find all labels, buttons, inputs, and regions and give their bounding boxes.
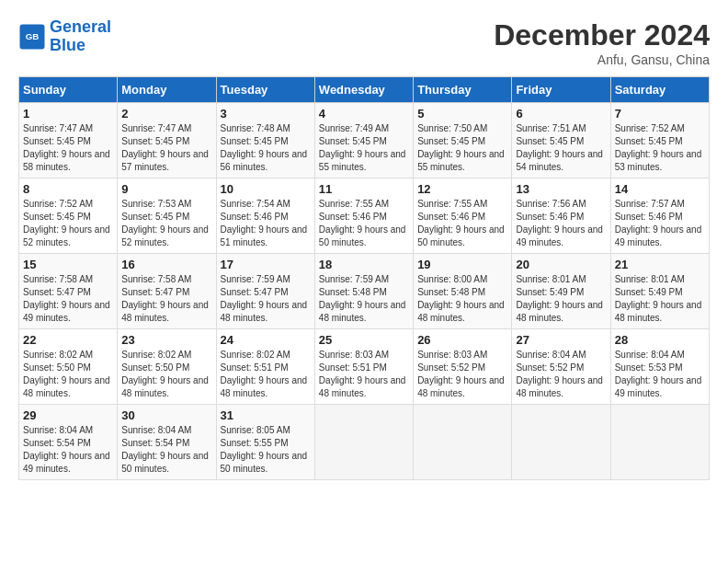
day-info: Sunrise: 8:04 AMSunset: 5:53 PMDaylight:…: [615, 350, 702, 398]
day-number: 26: [417, 333, 507, 347]
weekday-header: Friday: [512, 77, 610, 103]
day-info: Sunrise: 7:47 AMSunset: 5:45 PMDaylight:…: [121, 123, 209, 172]
calendar-cell: [314, 405, 413, 480]
calendar-cell: 11 Sunrise: 7:55 AMSunset: 5:46 PMDaylig…: [314, 178, 413, 254]
day-info: Sunrise: 7:58 AMSunset: 5:47 PMDaylight:…: [121, 274, 209, 323]
day-number: 29: [23, 408, 113, 422]
day-number: 24: [221, 333, 311, 347]
weekday-header: Tuesday: [216, 77, 314, 103]
day-info: Sunrise: 7:50 AMSunset: 5:45 PMDaylight:…: [417, 123, 505, 172]
calendar-cell: 8 Sunrise: 7:52 AMSunset: 5:45 PMDayligh…: [19, 178, 118, 254]
calendar-cell: 26 Sunrise: 8:03 AMSunset: 5:52 PMDaylig…: [414, 329, 512, 405]
calendar-cell: 3 Sunrise: 7:48 AMSunset: 5:45 PMDayligh…: [216, 103, 314, 178]
day-number: 12: [417, 182, 507, 196]
day-info: Sunrise: 7:51 AMSunset: 5:45 PMDaylight:…: [516, 123, 603, 172]
weekday-header: Sunday: [19, 77, 118, 103]
calendar-table: SundayMondayTuesdayWednesdayThursdayFrid…: [18, 76, 710, 480]
day-info: Sunrise: 8:02 AMSunset: 5:51 PMDaylight:…: [221, 350, 308, 398]
weekday-header: Wednesday: [314, 77, 413, 103]
calendar-cell: 23 Sunrise: 8:02 AMSunset: 5:50 PMDaylig…: [118, 329, 216, 405]
calendar-cell: 18 Sunrise: 7:59 AMSunset: 5:48 PMDaylig…: [314, 254, 413, 329]
weekday-header: Thursday: [414, 77, 512, 103]
day-info: Sunrise: 8:01 AMSunset: 5:49 PMDaylight:…: [615, 274, 702, 323]
day-info: Sunrise: 7:53 AMSunset: 5:45 PMDaylight:…: [121, 199, 209, 247]
calendar-cell: 2 Sunrise: 7:47 AMSunset: 5:45 PMDayligh…: [118, 103, 216, 178]
day-info: Sunrise: 8:04 AMSunset: 5:54 PMDaylight:…: [121, 425, 209, 474]
weekday-header: Saturday: [610, 77, 709, 103]
calendar-cell: 29 Sunrise: 8:04 AMSunset: 5:54 PMDaylig…: [19, 405, 118, 480]
day-number: 23: [121, 333, 211, 347]
day-number: 22: [23, 333, 113, 347]
day-info: Sunrise: 8:04 AMSunset: 5:52 PMDaylight:…: [516, 350, 603, 398]
header: GB General Blue December 2024 Anfu, Gans…: [18, 18, 710, 67]
day-info: Sunrise: 7:55 AMSunset: 5:46 PMDaylight:…: [319, 199, 406, 247]
calendar-cell: [610, 405, 709, 480]
day-number: 20: [516, 258, 606, 271]
calendar-cell: 5 Sunrise: 7:50 AMSunset: 5:45 PMDayligh…: [414, 103, 512, 178]
day-number: 13: [516, 182, 606, 196]
calendar-cell: 24 Sunrise: 8:02 AMSunset: 5:51 PMDaylig…: [216, 329, 314, 405]
calendar-cell: 21 Sunrise: 8:01 AMSunset: 5:49 PMDaylig…: [610, 254, 709, 329]
day-info: Sunrise: 8:03 AMSunset: 5:51 PMDaylight:…: [319, 350, 406, 398]
calendar-cell: 15 Sunrise: 7:58 AMSunset: 5:47 PMDaylig…: [19, 254, 118, 329]
day-number: 27: [516, 333, 606, 347]
calendar-cell: 22 Sunrise: 8:02 AMSunset: 5:50 PMDaylig…: [19, 329, 118, 405]
day-number: 19: [417, 258, 507, 271]
day-number: 9: [121, 182, 211, 196]
weekday-header-row: SundayMondayTuesdayWednesdayThursdayFrid…: [19, 77, 710, 103]
day-number: 18: [319, 258, 409, 271]
calendar-cell: 28 Sunrise: 8:04 AMSunset: 5:53 PMDaylig…: [610, 329, 709, 405]
day-number: 11: [319, 182, 409, 196]
calendar-cell: 17 Sunrise: 7:59 AMSunset: 5:47 PMDaylig…: [216, 254, 314, 329]
day-info: Sunrise: 7:49 AMSunset: 5:45 PMDaylight:…: [319, 123, 406, 172]
day-info: Sunrise: 7:58 AMSunset: 5:47 PMDaylight:…: [23, 274, 110, 323]
day-info: Sunrise: 8:03 AMSunset: 5:52 PMDaylight:…: [417, 350, 505, 398]
calendar-cell: 7 Sunrise: 7:52 AMSunset: 5:45 PMDayligh…: [610, 103, 709, 178]
calendar-cell: 4 Sunrise: 7:49 AMSunset: 5:45 PMDayligh…: [314, 103, 413, 178]
day-number: 15: [23, 258, 113, 271]
calendar-cell: 19 Sunrise: 8:00 AMSunset: 5:48 PMDaylig…: [414, 254, 512, 329]
logo-icon: GB: [18, 23, 46, 51]
day-number: 2: [121, 107, 211, 121]
day-info: Sunrise: 7:52 AMSunset: 5:45 PMDaylight:…: [615, 123, 702, 172]
logo-general: General: [50, 17, 111, 36]
calendar-week-row: 15 Sunrise: 7:58 AMSunset: 5:47 PMDaylig…: [19, 254, 710, 329]
day-info: Sunrise: 8:00 AMSunset: 5:48 PMDaylight:…: [417, 274, 505, 323]
calendar-cell: 12 Sunrise: 7:55 AMSunset: 5:46 PMDaylig…: [414, 178, 512, 254]
day-info: Sunrise: 7:47 AMSunset: 5:45 PMDaylight:…: [23, 123, 110, 172]
logo: GB General Blue: [18, 18, 111, 55]
day-number: 14: [615, 182, 705, 196]
calendar-week-row: 22 Sunrise: 8:02 AMSunset: 5:50 PMDaylig…: [19, 329, 710, 405]
calendar-cell: 31 Sunrise: 8:05 AMSunset: 5:55 PMDaylig…: [216, 405, 314, 480]
day-info: Sunrise: 7:55 AMSunset: 5:46 PMDaylight:…: [417, 199, 505, 247]
location: Anfu, Gansu, China: [494, 52, 710, 67]
day-number: 4: [319, 107, 409, 121]
calendar-cell: 6 Sunrise: 7:51 AMSunset: 5:45 PMDayligh…: [512, 103, 610, 178]
day-info: Sunrise: 7:52 AMSunset: 5:45 PMDaylight:…: [23, 199, 110, 247]
day-number: 5: [417, 107, 507, 121]
day-info: Sunrise: 8:01 AMSunset: 5:49 PMDaylight:…: [516, 274, 603, 323]
day-number: 6: [516, 107, 606, 121]
day-info: Sunrise: 8:02 AMSunset: 5:50 PMDaylight:…: [23, 350, 110, 398]
day-info: Sunrise: 8:05 AMSunset: 5:55 PMDaylight:…: [221, 425, 308, 474]
day-number: 10: [221, 182, 311, 196]
day-number: 25: [319, 333, 409, 347]
calendar-cell: 25 Sunrise: 8:03 AMSunset: 5:51 PMDaylig…: [314, 329, 413, 405]
calendar-cell: 13 Sunrise: 7:56 AMSunset: 5:46 PMDaylig…: [512, 178, 610, 254]
calendar-cell: 16 Sunrise: 7:58 AMSunset: 5:47 PMDaylig…: [118, 254, 216, 329]
day-number: 7: [615, 107, 705, 121]
calendar-cell: 9 Sunrise: 7:53 AMSunset: 5:45 PMDayligh…: [118, 178, 216, 254]
weekday-header: Monday: [118, 77, 216, 103]
day-number: 3: [221, 107, 311, 121]
day-info: Sunrise: 7:59 AMSunset: 5:47 PMDaylight:…: [221, 274, 308, 323]
calendar-cell: 20 Sunrise: 8:01 AMSunset: 5:49 PMDaylig…: [512, 254, 610, 329]
day-info: Sunrise: 7:57 AMSunset: 5:46 PMDaylight:…: [615, 199, 702, 247]
calendar-cell: 1 Sunrise: 7:47 AMSunset: 5:45 PMDayligh…: [19, 103, 118, 178]
day-info: Sunrise: 7:59 AMSunset: 5:48 PMDaylight:…: [319, 274, 406, 323]
svg-text:GB: GB: [26, 31, 40, 41]
day-info: Sunrise: 7:48 AMSunset: 5:45 PMDaylight:…: [221, 123, 308, 172]
month-title: December 2024: [494, 18, 710, 52]
day-number: 31: [221, 408, 311, 422]
title-area: December 2024 Anfu, Gansu, China: [494, 18, 710, 67]
calendar-cell: [414, 405, 512, 480]
